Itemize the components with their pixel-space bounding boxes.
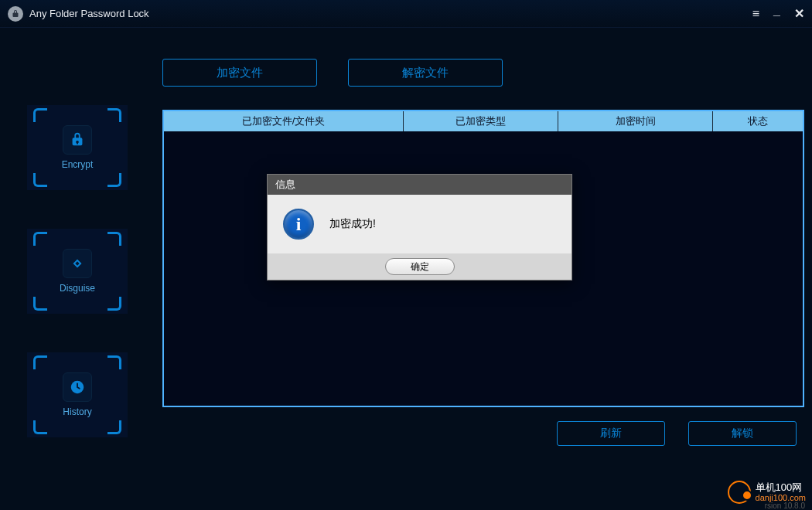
sidebar: Encrypt Disguise History (8, 28, 147, 446)
watermark: 单机100网 danji100.com (728, 481, 806, 504)
table-header-row: 已加密文件/文件夹 已加密类型 加密时间 状态 (164, 111, 803, 131)
sidebar-item-disguise[interactable]: Disguise (27, 229, 128, 314)
unlock-button[interactable]: 解锁 (688, 421, 797, 446)
eye-icon (63, 249, 92, 278)
close-icon[interactable]: ✕ (794, 6, 804, 21)
clock-icon (63, 372, 92, 402)
dialog-title: 信息 (268, 175, 571, 195)
watermark-logo-icon (728, 481, 751, 504)
dialog-message: 加密成功! (329, 217, 376, 231)
sidebar-item-label: History (63, 406, 91, 417)
th-path[interactable]: 已加密文件/文件夹 (164, 111, 404, 131)
sidebar-item-label: Disguise (60, 283, 95, 294)
app-title: Any Folder Password Lock (29, 8, 149, 19)
titlebar: Any Folder Password Lock ≡ _ ✕ (0, 0, 812, 28)
watermark-line1: 单机100网 (756, 482, 806, 493)
minimize-icon[interactable]: _ (773, 4, 780, 18)
dialog-ok-button[interactable]: 确定 (385, 258, 455, 275)
app-lock-icon (8, 6, 23, 22)
th-type[interactable]: 已加密类型 (404, 111, 558, 131)
watermark-line2: danji100.com (756, 493, 806, 502)
th-time[interactable]: 加密时间 (558, 111, 713, 131)
encrypt-file-button[interactable]: 加密文件 (162, 59, 317, 87)
decrypt-file-button[interactable]: 解密文件 (348, 59, 503, 87)
sidebar-item-history[interactable]: History (27, 352, 128, 437)
lock-icon (63, 125, 92, 155)
th-status[interactable]: 状态 (713, 111, 803, 131)
refresh-button[interactable]: 刷新 (557, 421, 665, 446)
sidebar-item-encrypt[interactable]: Encrypt (27, 105, 128, 190)
sidebar-item-label: Encrypt (62, 159, 94, 170)
info-icon: i (283, 209, 314, 240)
menu-icon[interactable]: ≡ (752, 7, 759, 21)
info-dialog: 信息 i 加密成功! 确定 (267, 174, 572, 280)
